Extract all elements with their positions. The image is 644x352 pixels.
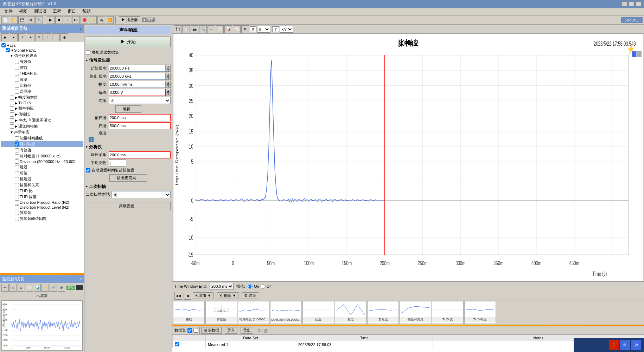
tree-crosstalk-check[interactable]	[10, 118, 14, 123]
tree-ch-phase[interactable]: ▶ 通道间相偏	[1, 123, 83, 129]
row-check[interactable]	[175, 342, 179, 346]
nav-settings[interactable]: ⚙	[60, 33, 68, 41]
menu-help[interactable]: 帮助	[79, 8, 94, 15]
tree-dpl-h2[interactable]: Distortion Product Level (H2)	[1, 205, 83, 210]
tree-deviation-check[interactable]	[15, 159, 19, 164]
tree-zyz-check[interactable]	[1, 43, 6, 47]
chart-tb-zoom[interactable]: 🔍	[199, 25, 207, 33]
thumb-prev[interactable]: ◀	[184, 292, 191, 300]
thumb-group-delay[interactable]: 群延迟	[367, 301, 399, 324]
time-window-select[interactable]: 200.0 ms 100.0 ms 500.0 ms	[210, 283, 234, 290]
tree-freq-resp-check[interactable]	[10, 106, 14, 111]
tree-thd-ratio[interactable]: THD 比	[1, 188, 83, 194]
avg-input[interactable]	[109, 159, 126, 167]
minimize-button[interactable]: ─	[621, 1, 627, 6]
menu-test[interactable]: 测试项	[31, 8, 49, 15]
chart-tb-line[interactable]: 📈	[233, 25, 241, 33]
tb-wifi[interactable]: 📶	[106, 16, 114, 24]
tree-thdn-ratio[interactable]: THD+N 比	[1, 71, 83, 77]
tree-ampl-gain-check[interactable]	[10, 96, 14, 100]
tb-usb[interactable]: 🔌	[97, 16, 105, 24]
calibrate-button[interactable]: 校准麦克风...	[109, 174, 147, 182]
tree-energy-time-check[interactable]	[15, 136, 19, 141]
tree-rms-check[interactable]	[15, 60, 19, 64]
menu-file[interactable]: 文件	[1, 8, 15, 15]
thumb-rel-ampl[interactable]: 相对幅度 (1.00000...	[238, 301, 269, 324]
tree-signal-route-settings[interactable]: ▼ 信号路径设置	[1, 53, 83, 59]
extend-input[interactable]	[109, 151, 171, 158]
thumb-phase[interactable]: 相位	[335, 301, 366, 324]
nav-play[interactable]: ▶	[1, 33, 9, 41]
tb-record[interactable]: 🔴	[81, 16, 88, 24]
tree-phase[interactable]: 相位	[1, 170, 83, 176]
amplitude-up[interactable]: ▲	[166, 81, 171, 84]
end-freq-input[interactable]	[109, 73, 166, 80]
nav-stop[interactable]: ■	[10, 33, 18, 41]
mon-btn5[interactable]: 📊	[34, 284, 41, 292]
thumb-deviation[interactable]: Deviation (20.0000...	[270, 301, 302, 324]
amplitude-down[interactable]: ▼	[166, 84, 171, 88]
tree-abnormal[interactable]: 异常音	[1, 210, 83, 216]
tree-group-delay-check[interactable]	[15, 177, 19, 181]
offset-down[interactable]: ▼	[166, 92, 171, 96]
tree-thd-ratio-check[interactable]	[15, 189, 19, 193]
tree-ampl-gain[interactable]: ▶ 幅度和增益	[1, 94, 83, 100]
tree-rms2-check[interactable]	[15, 148, 19, 152]
tb-settings[interactable]: ⚙	[27, 16, 34, 24]
start-freq-up[interactable]: ▲	[166, 65, 171, 68]
tree-bits[interactable]: 比特位	[1, 83, 83, 89]
sweep-type-select[interactable]: 无	[111, 191, 171, 198]
auto-set-check[interactable]	[86, 168, 90, 172]
tree-abnormal-peak[interactable]: 异常音峰值因数	[1, 216, 83, 222]
tree-bits-check[interactable]	[15, 84, 19, 88]
tree-group-delay[interactable]: 群延迟	[1, 176, 83, 182]
tree-dpr-h2[interactable]: Distortion Product Ratio (H2)	[1, 200, 83, 205]
chart-tb-settings[interactable]: ⚙	[241, 25, 249, 33]
amplitude-input[interactable]	[109, 81, 166, 88]
end-freq-up[interactable]: ▲	[166, 73, 171, 76]
mon-btn1[interactable]: 〰	[1, 284, 9, 292]
mon-btn4[interactable]: ⬜	[26, 284, 33, 292]
interp-off-radio[interactable]	[261, 284, 265, 289]
tree-abnormal-peak-check[interactable]	[15, 217, 19, 221]
tree-crosstalk[interactable]: ▶ 串扰, 单通道不驱动	[1, 117, 83, 123]
nav-panel-expand[interactable]: ◁	[79, 27, 82, 31]
tree-freq-check[interactable]	[15, 78, 19, 82]
tree-gain-check[interactable]	[15, 66, 19, 70]
offset-up[interactable]: ▲	[166, 89, 171, 92]
tree-rms[interactable]: 有效值	[1, 59, 83, 65]
tree-rel-ampl[interactable]: 相对幅度 (1.00000 kHz)	[1, 153, 83, 159]
dataset-check2[interactable]	[193, 328, 198, 333]
thumb-curve[interactable]: 曲线	[173, 301, 205, 324]
chart-tb-save[interactable]: 💾	[174, 25, 181, 33]
tb-run[interactable]: ▶	[47, 16, 55, 24]
offset-input[interactable]	[109, 89, 166, 96]
tree-delay-check[interactable]	[15, 165, 19, 169]
tree-thdn[interactable]: ▶ THD+N	[1, 100, 83, 105]
y-unit-select[interactable]: x/y dB	[280, 26, 293, 33]
tree-freq[interactable]: 频率	[1, 77, 83, 83]
thumb-del-btn[interactable]: ✕ 删除 ▼	[217, 292, 238, 299]
taskbar-csdn[interactable]: C	[609, 340, 619, 350]
edit-button[interactable]: 编辑...	[115, 105, 141, 113]
menu-window[interactable]: 窗口	[65, 8, 79, 15]
thumb-delay[interactable]: 延迟	[302, 301, 334, 324]
chart-tb-copy[interactable]: 📋	[182, 25, 190, 33]
start-freq-down[interactable]: ▼	[166, 68, 171, 72]
tree-impulse[interactable]: 脉冲响应	[1, 141, 83, 147]
tree-acoustic[interactable]: ▼ 声学响应	[1, 129, 83, 135]
thumb-thd-ratio[interactable]: THD 比	[432, 301, 464, 324]
close-button[interactable]: ✕	[636, 1, 641, 6]
tree-energy-time[interactable]: 能量时间曲线	[1, 135, 83, 141]
mon-btn7[interactable]: 🔗	[50, 284, 57, 292]
mon-btn6[interactable]: ⚡	[42, 284, 49, 292]
tb-gear[interactable]: 🔧	[35, 16, 43, 24]
mon-btn8[interactable]: ⏱	[58, 284, 65, 292]
nav-down[interactable]: ↓	[52, 33, 60, 41]
menu-project[interactable]: 工程	[50, 8, 64, 15]
tree-phase-check[interactable]	[15, 171, 19, 175]
tree-delay[interactable]: 延迟	[1, 164, 83, 170]
seq-btn[interactable]: Seque...	[621, 17, 643, 23]
balance-select[interactable]: 无	[109, 97, 171, 104]
tree-ch-phase-check[interactable]	[10, 124, 14, 129]
